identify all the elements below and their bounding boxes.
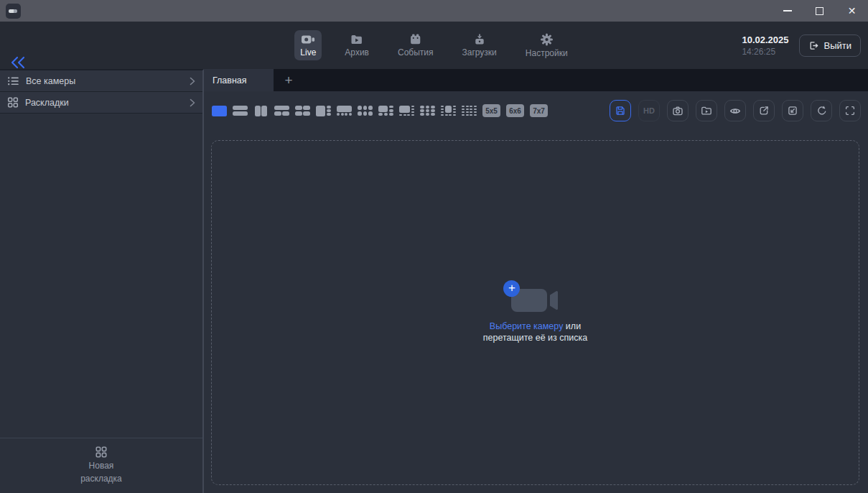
records-folder-button[interactable]: [696, 100, 717, 121]
events-icon: [409, 34, 422, 45]
layout-cell: [470, 109, 472, 111]
layout-cell: [420, 106, 424, 109]
layout-cell: [378, 106, 388, 112]
sidebar-item-all-cameras[interactable]: Все камеры: [0, 70, 202, 92]
tab-main[interactable]: Главная: [204, 69, 274, 91]
layout-3x3-button[interactable]: [420, 106, 435, 116]
layout-cell: [466, 106, 469, 108]
layout-cell: [411, 106, 414, 108]
nav-item-live[interactable]: Live: [294, 30, 322, 60]
layout-1-plus-5-button[interactable]: [378, 106, 393, 116]
chevron-right-icon: [190, 98, 195, 107]
layout-cell: [368, 106, 373, 111]
export-button[interactable]: [753, 100, 775, 121]
folder-play-icon: [701, 105, 712, 116]
layout-4x4-button[interactable]: [462, 106, 477, 116]
layout-cell: [368, 111, 373, 116]
layout-cell: [363, 106, 368, 111]
sidebar-spacer: [0, 114, 202, 438]
layout-cell: [453, 114, 456, 116]
layout-cell: [399, 114, 402, 116]
layout-cell: [399, 106, 410, 114]
layout-2-cols-button[interactable]: [253, 106, 269, 116]
nav-item-settings[interactable]: Настройки: [520, 29, 574, 61]
layout-cell: [212, 106, 227, 116]
layout-cell: [303, 106, 310, 111]
layout-cell: [378, 113, 383, 116]
select-camera-link[interactable]: Выберите камеру: [490, 321, 564, 331]
layout-cell: [470, 114, 472, 116]
sidebar-item-layouts[interactable]: Раскладки: [0, 92, 202, 114]
nav-item-events[interactable]: События: [392, 30, 439, 60]
layout-1-top-4-bottom-button[interactable]: [337, 106, 352, 116]
layout-cell: [474, 109, 477, 111]
app-logo-icon[interactable]: [6, 4, 21, 19]
layout-1-top-2-bottom-button[interactable]: [274, 106, 289, 116]
new-layout-label-line1: Новая: [89, 461, 114, 471]
layout-cell: [474, 106, 477, 108]
time-text: 14:26:25: [742, 47, 788, 57]
new-layout-button[interactable]: Новая раскладка: [0, 438, 202, 493]
nav-item-downloads[interactable]: Загрузки: [457, 30, 503, 60]
sidebar: Все камеры Раскладки Новая раскладка: [0, 69, 204, 493]
maximize-button[interactable]: [803, 0, 836, 22]
add-camera-plus-badge[interactable]: +: [503, 280, 520, 297]
header: Live Архив События: [0, 22, 868, 69]
layout-cell: [431, 109, 435, 112]
title-bar: ✕: [0, 0, 868, 22]
save-layout-button[interactable]: [610, 100, 631, 121]
layout-cell: [449, 114, 452, 116]
fullscreen-button[interactable]: [839, 100, 861, 121]
close-button[interactable]: ✕: [836, 0, 868, 22]
logout-button[interactable]: Выйти: [799, 34, 862, 57]
layout-6x6-button[interactable]: 6x6: [506, 104, 524, 117]
layout-cell: [441, 111, 444, 114]
layout-2x2-button[interactable]: [295, 106, 310, 116]
layout-1-plus-7-button[interactable]: [399, 106, 414, 116]
nav-item-archive[interactable]: Архив: [339, 30, 375, 60]
hd-toggle-button[interactable]: HD: [638, 100, 660, 121]
view-button[interactable]: [724, 100, 746, 121]
collapse-view-button[interactable]: [782, 100, 803, 121]
add-tab-button[interactable]: +: [274, 69, 304, 91]
layout-5x5-button[interactable]: 5x5: [482, 104, 500, 117]
camera-drop-zone[interactable]: + Выберите камеру или перетащите её из с…: [211, 140, 859, 485]
empty-state: + Выберите камеру или перетащите её из с…: [483, 282, 588, 344]
screenshot-button[interactable]: [667, 100, 689, 121]
video-camera-plus-icon: +: [510, 282, 559, 314]
layout-cell: [327, 109, 331, 112]
window-controls: ✕: [771, 0, 868, 22]
empty-state-text: Выберите камеру или перетащите её из спи…: [483, 321, 588, 344]
layout-7x7-button[interactable]: 7x7: [530, 104, 548, 117]
layout-cell: [441, 114, 444, 116]
layout-1-center-plus-10-button[interactable]: [441, 106, 456, 116]
layout-cell: [420, 113, 424, 116]
layout-1-left-3-right-button[interactable]: [316, 106, 331, 116]
minimize-button[interactable]: [771, 0, 803, 22]
layout-1x1-button[interactable]: [212, 106, 227, 116]
layout-buttons-group: 5x56x67x7: [212, 104, 548, 117]
layout-cell: [411, 109, 414, 111]
layout-cell: [345, 113, 347, 116]
layout-cell: [274, 111, 281, 116]
gear-icon: [540, 33, 554, 46]
layout-cell: [261, 106, 267, 116]
nav-label: Архив: [345, 47, 369, 57]
layout-cell: [295, 111, 302, 116]
layout-cell: [462, 111, 465, 114]
refresh-button[interactable]: [811, 100, 832, 121]
layout-cell: [441, 106, 444, 108]
photo-camera-icon: [672, 105, 683, 117]
main-nav: Live Архив События: [0, 22, 868, 69]
layout-cell: [462, 114, 465, 116]
layout-cell: [407, 114, 410, 116]
layout-3x2-button[interactable]: [358, 106, 373, 116]
export-icon: [758, 105, 770, 116]
date-text: 10.02.2025: [742, 34, 788, 45]
action-buttons-group: HD: [610, 100, 861, 121]
layout-2-rows-button[interactable]: [233, 106, 248, 116]
fullscreen-icon: [844, 105, 856, 116]
layout-cell: [426, 106, 430, 109]
layout-cell: [470, 111, 472, 114]
layout-cell: [466, 114, 469, 116]
